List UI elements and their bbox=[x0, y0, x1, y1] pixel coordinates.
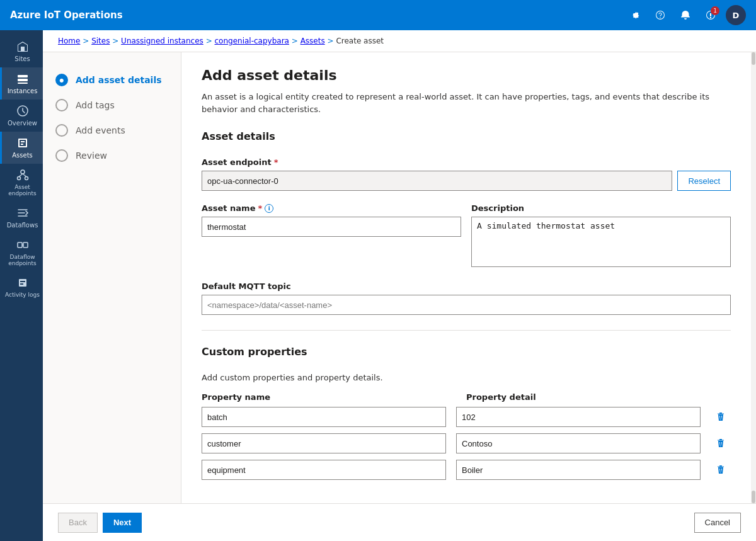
prop-headers: Property name Property detail bbox=[202, 392, 731, 402]
section-divider bbox=[202, 330, 731, 331]
breadcrumb-unassigned[interactable]: Unassigned instances bbox=[121, 37, 203, 45]
reselect-button[interactable]: Reselect bbox=[677, 171, 731, 191]
scroll-indicator bbox=[751, 52, 756, 503]
page-description: An asset is a logical entity created to … bbox=[202, 91, 731, 115]
svg-rect-11 bbox=[23, 242, 28, 248]
sidebar-item-instances[interactable]: Instances bbox=[0, 67, 43, 100]
help-icon[interactable] bbox=[650, 5, 670, 25]
asset-details-section: Asset details Asset endpoint * Reselect bbox=[202, 130, 731, 315]
main-layout: Sites Instances Overview Assets Asset en… bbox=[0, 30, 756, 541]
asset-details-title: Asset details bbox=[202, 130, 731, 147]
svg-point-5 bbox=[21, 170, 25, 174]
wizard-sidebar: Add asset details Add tags Add events Re… bbox=[43, 52, 181, 503]
breadcrumb-current: Create asset bbox=[336, 37, 384, 45]
breadcrumb-assets[interactable]: Assets bbox=[301, 37, 325, 45]
sidebar-item-activity-logs[interactable]: Activity logs bbox=[0, 271, 43, 303]
prop-detail-1[interactable] bbox=[456, 433, 701, 453]
custom-properties-section: Custom properties Add custom properties … bbox=[202, 346, 731, 480]
wizard-step-events-label: Add events bbox=[76, 125, 125, 135]
prop-row-2 bbox=[202, 460, 731, 480]
endpoint-required: * bbox=[274, 157, 278, 167]
back-button[interactable]: Back bbox=[58, 513, 98, 533]
sidebar-logs-label: Activity logs bbox=[5, 292, 40, 298]
svg-point-7 bbox=[25, 177, 28, 180]
sidebar-item-asset-endpoints[interactable]: Asset endpoints bbox=[0, 164, 43, 202]
name-info-icon[interactable]: i bbox=[265, 204, 273, 213]
inner-layout: Add asset details Add tags Add events Re… bbox=[43, 52, 756, 503]
svg-line-8 bbox=[19, 174, 23, 177]
delete-prop-2[interactable] bbox=[711, 460, 731, 480]
description-input[interactable]: A simulated thermostat asset bbox=[471, 217, 731, 267]
prop-row-0 bbox=[202, 407, 731, 427]
prop-row-1 bbox=[202, 433, 731, 453]
mqtt-label: Default MQTT topic bbox=[202, 282, 731, 291]
col-detail-header: Property detail bbox=[466, 392, 721, 402]
bell-icon[interactable] bbox=[675, 5, 696, 25]
breadcrumb-capybara[interactable]: congenial-capybara bbox=[215, 37, 289, 45]
sidebar-item-dataflow-endpoints[interactable]: Dataflow endpoints bbox=[0, 234, 43, 271]
mqtt-input[interactable] bbox=[202, 295, 731, 315]
prop-detail-2[interactable] bbox=[456, 460, 701, 480]
prop-name-1[interactable] bbox=[202, 433, 446, 453]
wizard-step-review[interactable]: Review bbox=[43, 143, 181, 168]
step-circle-details bbox=[55, 74, 68, 86]
sidebar: Sites Instances Overview Assets Asset en… bbox=[0, 30, 43, 541]
sidebar-item-overview[interactable]: Overview bbox=[0, 100, 43, 132]
name-desc-row: Asset name * i Description A simulated t… bbox=[202, 203, 731, 282]
description-label: Description bbox=[471, 203, 731, 213]
sidebar-assets-label: Assets bbox=[12, 152, 33, 159]
sidebar-item-assets[interactable]: Assets bbox=[0, 132, 43, 164]
sidebar-instances-label: Instances bbox=[8, 88, 38, 94]
wizard-step-details[interactable]: Add asset details bbox=[43, 67, 181, 93]
cancel-button[interactable]: Cancel bbox=[694, 513, 741, 533]
step-circle-tags bbox=[55, 99, 68, 111]
endpoint-input[interactable] bbox=[202, 171, 672, 191]
sidebar-item-dataflows[interactable]: Dataflows bbox=[0, 202, 43, 234]
content-area: Home > Sites > Unassigned instances > co… bbox=[43, 30, 756, 541]
sidebar-sites-label: Sites bbox=[14, 55, 30, 62]
nav-icons: 1 D bbox=[625, 5, 746, 25]
svg-point-6 bbox=[17, 177, 20, 180]
scroll-thumb-top[interactable] bbox=[752, 52, 755, 65]
delete-prop-1[interactable] bbox=[711, 433, 731, 453]
description-group: Description A simulated thermostat asset bbox=[471, 203, 731, 269]
settings-icon[interactable] bbox=[625, 5, 645, 25]
name-group: Asset name * i bbox=[202, 203, 461, 237]
breadcrumb-sites[interactable]: Sites bbox=[91, 37, 110, 45]
custom-props-title: Custom properties bbox=[202, 346, 731, 363]
page-title: Add asset details bbox=[202, 67, 731, 83]
sidebar-item-sites[interactable]: Sites bbox=[0, 35, 43, 67]
sidebar-overview-label: Overview bbox=[8, 120, 37, 127]
breadcrumb-home[interactable]: Home bbox=[58, 37, 80, 45]
sidebar-dataflows-label: Dataflows bbox=[7, 222, 38, 229]
top-navigation: Azure IoT Operations 1 D bbox=[0, 0, 756, 30]
step-circle-review bbox=[55, 149, 68, 162]
main-content: Add asset details An asset is a logical … bbox=[181, 52, 751, 503]
col-name-header: Property name bbox=[202, 392, 456, 402]
prop-name-0[interactable] bbox=[202, 407, 446, 427]
prop-name-2[interactable] bbox=[202, 460, 446, 480]
step-circle-events bbox=[55, 124, 68, 137]
endpoint-label: Asset endpoint * bbox=[202, 157, 731, 167]
breadcrumb: Home > Sites > Unassigned instances > co… bbox=[43, 30, 756, 52]
wizard-step-events[interactable]: Add events bbox=[43, 118, 181, 143]
asset-name-input[interactable] bbox=[202, 217, 461, 237]
prop-detail-0[interactable] bbox=[456, 407, 701, 427]
notification-badge: 1 bbox=[711, 6, 719, 15]
scroll-thumb-bottom[interactable] bbox=[752, 491, 755, 503]
app-title: Azure IoT Operations bbox=[10, 9, 615, 21]
mqtt-group: Default MQTT topic bbox=[202, 282, 731, 315]
name-label: Asset name * i bbox=[202, 203, 461, 213]
notification-icon[interactable]: 1 bbox=[701, 5, 721, 25]
svg-line-9 bbox=[23, 174, 26, 177]
avatar[interactable]: D bbox=[726, 5, 746, 25]
svg-rect-1 bbox=[18, 75, 28, 77]
wizard-step-tags[interactable]: Add tags bbox=[43, 93, 181, 118]
sidebar-endpoints-label: Asset endpoints bbox=[4, 184, 40, 196]
svg-rect-3 bbox=[18, 83, 28, 84]
next-button[interactable]: Next bbox=[103, 513, 142, 533]
delete-prop-0[interactable] bbox=[711, 407, 731, 427]
endpoint-row: Reselect bbox=[202, 171, 731, 191]
name-required: * bbox=[258, 203, 262, 213]
wizard-step-review-label: Review bbox=[76, 151, 107, 161]
